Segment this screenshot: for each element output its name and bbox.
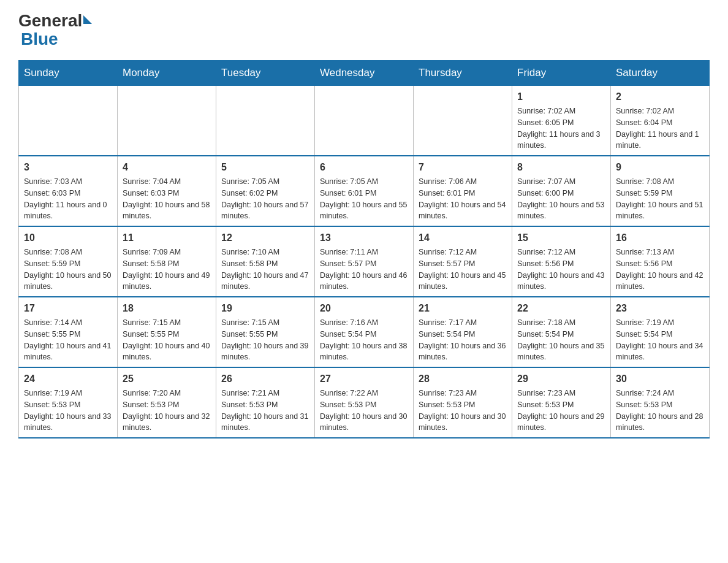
day-number: 9 bbox=[616, 160, 704, 175]
calendar-cell: 6Sunrise: 7:05 AMSunset: 6:01 PMDaylight… bbox=[315, 156, 414, 226]
day-info: Sunset: 5:55 PM bbox=[221, 329, 309, 340]
day-info: Daylight: 10 hours and 39 minutes. bbox=[221, 340, 309, 364]
logo: General Blue bbox=[18, 12, 92, 49]
day-number: 10 bbox=[24, 231, 112, 245]
day-info: Daylight: 10 hours and 33 minutes. bbox=[24, 411, 112, 434]
day-info: Sunset: 6:00 PM bbox=[517, 188, 605, 199]
weekday-header-wednesday: Wednesday bbox=[315, 61, 414, 86]
day-info: Sunrise: 7:14 AM bbox=[24, 317, 112, 329]
day-info: Daylight: 10 hours and 38 minutes. bbox=[320, 340, 408, 364]
day-number: 21 bbox=[419, 301, 507, 316]
day-info: Daylight: 10 hours and 47 minutes. bbox=[221, 270, 309, 293]
calendar-cell: 5Sunrise: 7:05 AMSunset: 6:02 PMDaylight… bbox=[216, 156, 315, 226]
day-number: 29 bbox=[517, 372, 605, 386]
day-info: Daylight: 10 hours and 58 minutes. bbox=[123, 199, 211, 223]
day-info: Sunset: 6:01 PM bbox=[419, 188, 507, 199]
header: General Blue bbox=[18, 12, 710, 49]
day-number: 13 bbox=[320, 231, 408, 245]
day-number: 7 bbox=[419, 160, 507, 175]
weekday-header-sunday: Sunday bbox=[19, 61, 118, 86]
day-info: Daylight: 10 hours and 55 minutes. bbox=[320, 199, 408, 223]
day-info: Sunset: 5:53 PM bbox=[419, 399, 507, 411]
week-row-5: 24Sunrise: 7:19 AMSunset: 5:53 PMDayligh… bbox=[19, 367, 710, 438]
week-row-1: 1Sunrise: 7:02 AMSunset: 6:05 PMDaylight… bbox=[19, 86, 710, 156]
day-info: Daylight: 10 hours and 51 minutes. bbox=[616, 199, 704, 223]
logo-arrow-icon bbox=[83, 15, 92, 24]
weekday-header-saturday: Saturday bbox=[611, 61, 710, 86]
day-number: 3 bbox=[24, 160, 112, 175]
calendar-cell: 29Sunrise: 7:23 AMSunset: 5:53 PMDayligh… bbox=[512, 367, 611, 438]
day-info: Daylight: 10 hours and 29 minutes. bbox=[517, 411, 605, 434]
day-number: 26 bbox=[221, 372, 309, 386]
day-info: Daylight: 10 hours and 50 minutes. bbox=[24, 270, 112, 293]
day-info: Sunset: 5:59 PM bbox=[24, 258, 112, 270]
day-number: 22 bbox=[517, 301, 605, 316]
week-row-3: 10Sunrise: 7:08 AMSunset: 5:59 PMDayligh… bbox=[19, 226, 710, 297]
calendar-cell: 15Sunrise: 7:12 AMSunset: 5:56 PMDayligh… bbox=[512, 226, 611, 297]
day-info: Sunrise: 7:05 AM bbox=[221, 176, 309, 188]
calendar-cell: 13Sunrise: 7:11 AMSunset: 5:57 PMDayligh… bbox=[315, 226, 414, 297]
day-number: 27 bbox=[320, 372, 408, 386]
day-info: Sunrise: 7:23 AM bbox=[419, 388, 507, 399]
day-number: 18 bbox=[123, 301, 211, 316]
logo-general-text: General bbox=[18, 12, 82, 29]
day-info: Sunset: 5:53 PM bbox=[616, 399, 704, 411]
day-info: Sunrise: 7:07 AM bbox=[517, 176, 605, 188]
day-info: Sunrise: 7:22 AM bbox=[320, 388, 408, 399]
day-info: Sunrise: 7:02 AM bbox=[616, 105, 704, 117]
week-row-2: 3Sunrise: 7:03 AMSunset: 6:03 PMDaylight… bbox=[19, 156, 710, 226]
day-info: Sunrise: 7:17 AM bbox=[419, 317, 507, 329]
calendar-cell: 18Sunrise: 7:15 AMSunset: 5:55 PMDayligh… bbox=[118, 297, 216, 367]
day-info: Daylight: 10 hours and 30 minutes. bbox=[419, 411, 507, 434]
day-info: Sunrise: 7:16 AM bbox=[320, 317, 408, 329]
weekday-header-monday: Monday bbox=[118, 61, 216, 86]
calendar-cell bbox=[19, 86, 118, 156]
calendar-cell: 30Sunrise: 7:24 AMSunset: 5:53 PMDayligh… bbox=[611, 367, 710, 438]
day-info: Sunset: 5:54 PM bbox=[320, 329, 408, 340]
day-info: Sunset: 6:04 PM bbox=[616, 117, 704, 129]
weekday-header-friday: Friday bbox=[512, 61, 611, 86]
weekday-header-thursday: Thursday bbox=[414, 61, 512, 86]
logo-blue-text: Blue bbox=[21, 29, 58, 49]
calendar-cell: 27Sunrise: 7:22 AMSunset: 5:53 PMDayligh… bbox=[315, 367, 414, 438]
calendar-cell bbox=[216, 86, 315, 156]
calendar-cell: 16Sunrise: 7:13 AMSunset: 5:56 PMDayligh… bbox=[611, 226, 710, 297]
day-number: 23 bbox=[616, 301, 704, 316]
day-info: Sunrise: 7:18 AM bbox=[517, 317, 605, 329]
day-info: Daylight: 10 hours and 46 minutes. bbox=[320, 270, 408, 293]
calendar-cell: 3Sunrise: 7:03 AMSunset: 6:03 PMDaylight… bbox=[19, 156, 118, 226]
calendar-cell bbox=[315, 86, 414, 156]
day-number: 2 bbox=[616, 90, 704, 104]
calendar-cell: 23Sunrise: 7:19 AMSunset: 5:54 PMDayligh… bbox=[611, 297, 710, 367]
day-info: Sunrise: 7:02 AM bbox=[517, 105, 605, 117]
day-info: Daylight: 10 hours and 42 minutes. bbox=[616, 270, 704, 293]
day-info: Sunrise: 7:15 AM bbox=[123, 317, 211, 329]
calendar-cell: 14Sunrise: 7:12 AMSunset: 5:57 PMDayligh… bbox=[414, 226, 512, 297]
day-number: 1 bbox=[517, 90, 605, 104]
day-info: Sunset: 5:59 PM bbox=[616, 188, 704, 199]
day-info: Sunset: 5:53 PM bbox=[123, 399, 211, 411]
day-info: Sunset: 6:03 PM bbox=[24, 188, 112, 199]
calendar-cell: 2Sunrise: 7:02 AMSunset: 6:04 PMDaylight… bbox=[611, 86, 710, 156]
day-number: 24 bbox=[24, 372, 112, 386]
day-info: Sunset: 5:57 PM bbox=[419, 258, 507, 270]
day-info: Sunrise: 7:24 AM bbox=[616, 388, 704, 399]
day-number: 30 bbox=[616, 372, 704, 386]
calendar-cell: 7Sunrise: 7:06 AMSunset: 6:01 PMDaylight… bbox=[414, 156, 512, 226]
day-info: Sunrise: 7:06 AM bbox=[419, 176, 507, 188]
calendar-cell: 28Sunrise: 7:23 AMSunset: 5:53 PMDayligh… bbox=[414, 367, 512, 438]
day-info: Sunset: 6:02 PM bbox=[221, 188, 309, 199]
day-number: 17 bbox=[24, 301, 112, 316]
calendar-cell: 24Sunrise: 7:19 AMSunset: 5:53 PMDayligh… bbox=[19, 367, 118, 438]
day-info: Daylight: 11 hours and 1 minute. bbox=[616, 129, 704, 152]
day-info: Sunset: 5:53 PM bbox=[221, 399, 309, 411]
calendar-cell: 21Sunrise: 7:17 AMSunset: 5:54 PMDayligh… bbox=[414, 297, 512, 367]
day-info: Sunrise: 7:21 AM bbox=[221, 388, 309, 399]
day-info: Sunset: 5:58 PM bbox=[221, 258, 309, 270]
day-info: Daylight: 10 hours and 36 minutes. bbox=[419, 340, 507, 364]
weekday-header-tuesday: Tuesday bbox=[216, 61, 315, 86]
calendar-cell bbox=[118, 86, 216, 156]
day-info: Daylight: 10 hours and 35 minutes. bbox=[517, 340, 605, 364]
day-number: 20 bbox=[320, 301, 408, 316]
calendar-cell: 4Sunrise: 7:04 AMSunset: 6:03 PMDaylight… bbox=[118, 156, 216, 226]
